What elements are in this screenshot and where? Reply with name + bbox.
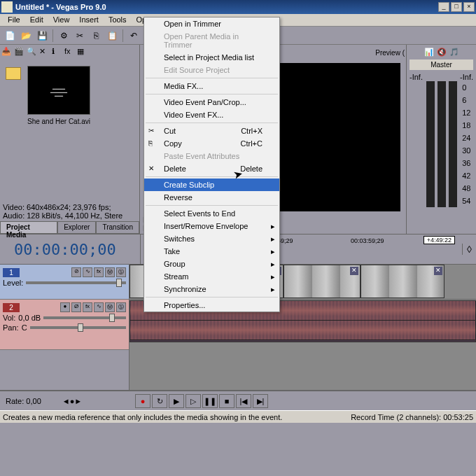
vol-value: 0,0 dB xyxy=(18,314,41,322)
audio-pan-slider[interactable] xyxy=(30,326,126,329)
audio-fx-icon[interactable]: fx xyxy=(83,302,92,312)
audio-solo-icon[interactable]: Ⓢ xyxy=(116,302,126,312)
ruler-options-button[interactable]: ◊ xyxy=(462,244,476,255)
menu-file[interactable]: File xyxy=(3,14,25,26)
media-info: Video: 640x486x24; 23,976 fps; Audio: 12… xyxy=(0,202,139,221)
master-label: Master xyxy=(410,59,473,70)
tab-explorer[interactable]: Explorer xyxy=(57,221,96,234)
go-end-button[interactable]: ▶| xyxy=(253,394,268,408)
context-menu-item[interactable]: Take▸ xyxy=(144,245,279,258)
track-fx-icon[interactable]: fx xyxy=(94,267,104,277)
context-menu-item[interactable]: Video Event FX... xyxy=(144,108,279,121)
cut-button[interactable]: ✂ xyxy=(73,29,87,43)
context-menu-item[interactable]: ✕DeleteDelete xyxy=(144,162,279,175)
record-button[interactable]: ● xyxy=(135,394,150,408)
timecode-display[interactable]: 00:00:00;00 xyxy=(0,241,140,258)
shuttle-control[interactable]: ◄●► xyxy=(62,397,82,405)
video-track-header[interactable]: 1 ⊘ ∿ fx Ⓜ Ⓢ Level: xyxy=(0,265,129,300)
audio-vol-slider[interactable] xyxy=(43,316,126,319)
video-clip[interactable]: ✕ xyxy=(360,265,444,298)
context-menu-item[interactable]: ⎘CopyCtrl+C xyxy=(144,137,279,150)
context-menu-item: Edit Source Project xyxy=(144,64,279,76)
capture-icon[interactable]: 🎬 xyxy=(14,47,25,58)
audio-invert-icon[interactable]: Ø xyxy=(71,302,81,312)
project-media-panel: 📥 🎬 🔍 ✕ ℹ fx ▦ ━━━━━━━━━━━━━━━━━━ She an… xyxy=(0,45,140,234)
loop-button[interactable]: ↻ xyxy=(152,394,167,408)
context-menu-item[interactable]: ✂CutCtrl+X xyxy=(144,125,279,137)
audio-track-header[interactable]: 2 ● Ø fx ∿ Ⓜ Ⓢ Vol: 0,0 dB Pan: C xyxy=(0,300,129,350)
audio-mute-icon[interactable]: Ⓜ xyxy=(105,302,115,312)
save-button[interactable]: 💾 xyxy=(35,29,49,43)
context-menu-item[interactable]: Group▸ xyxy=(144,258,279,270)
audio-automation-icon[interactable]: ∿ xyxy=(94,302,104,312)
undo-button[interactable]: ↶ xyxy=(127,29,141,43)
fx-icon[interactable]: fx xyxy=(64,47,76,58)
context-menu: Open in TrimmerOpen Parent Media in Trim… xyxy=(144,17,280,312)
mute-icon[interactable]: Ⓜ xyxy=(105,267,115,277)
video-level-slider[interactable] xyxy=(26,281,126,284)
context-menu-item[interactable]: Video Event Pan/Crop... xyxy=(144,96,279,108)
context-menu-item[interactable]: Insert/Remove Envelope▸ xyxy=(144,220,279,232)
solo-icon[interactable]: Ⓢ xyxy=(116,267,126,277)
video-clip[interactable]: ✕ xyxy=(284,265,360,298)
pause-button[interactable]: ❚❚ xyxy=(202,394,218,408)
status-message: Creates a new media reference that only … xyxy=(3,413,351,421)
get-media-icon[interactable]: 🔍 xyxy=(27,47,38,58)
master-insert-fx-icon[interactable]: 📊 xyxy=(424,48,434,57)
new-button[interactable]: 📄 xyxy=(3,29,17,43)
automation-icon[interactable]: ∿ xyxy=(83,267,92,277)
close-button[interactable]: × xyxy=(463,2,475,12)
tab-transitions[interactable]: Transition xyxy=(96,221,139,234)
master-fader[interactable] xyxy=(426,81,435,207)
rate-label: Rate: xyxy=(6,397,26,405)
project-media-toolbar: 📥 🎬 🔍 ✕ ℹ fx ▦ xyxy=(0,45,139,60)
title-bar: Untitled * - Vegas Pro 9.0 _ □ × xyxy=(0,0,476,14)
video-track-number: 1 xyxy=(3,268,20,277)
bypass-fx-icon[interactable]: ⊘ xyxy=(71,267,81,277)
context-menu-item: Paste Event Attributes xyxy=(144,150,279,162)
go-start-button[interactable]: |◀ xyxy=(236,394,251,408)
stop-button[interactable]: ■ xyxy=(219,394,234,408)
maximize-button[interactable]: □ xyxy=(451,2,462,12)
paste-button[interactable]: 📋 xyxy=(105,29,119,43)
context-menu-item[interactable]: Select in Project Media list xyxy=(144,51,279,64)
master-meter-left xyxy=(438,81,446,207)
folder-icon[interactable] xyxy=(6,67,21,80)
minimize-button[interactable]: _ xyxy=(438,2,449,12)
menu-view[interactable]: View xyxy=(48,14,75,26)
remove-icon[interactable]: ✕ xyxy=(39,47,50,58)
rate-value: 0,00 xyxy=(26,397,41,405)
context-menu-item: Open Parent Media in Trimmer xyxy=(144,30,279,51)
context-menu-item[interactable]: Open in Trimmer xyxy=(144,18,279,30)
properties-button[interactable]: ⚙ xyxy=(57,29,71,43)
master-mute-icon[interactable]: 🔇 xyxy=(437,48,447,57)
context-menu-item[interactable]: Stream▸ xyxy=(144,270,279,283)
context-menu-item[interactable]: Create Subclip xyxy=(144,178,279,191)
tab-project-media[interactable]: Project Media xyxy=(0,221,57,234)
audio-track-number: 2 xyxy=(3,303,20,312)
region-marker[interactable]: +4:49:22 xyxy=(424,236,455,244)
copy-button[interactable]: ⎘ xyxy=(89,29,103,43)
context-menu-item[interactable]: Media FX... xyxy=(144,80,279,92)
thumbnail-label: She and Her Cat.avi xyxy=(24,118,94,125)
menu-insert[interactable]: Insert xyxy=(74,14,104,26)
context-menu-item[interactable]: Select Events to End xyxy=(144,207,279,220)
master-solo-icon[interactable]: 🎵 xyxy=(449,48,459,57)
menu-edit[interactable]: Edit xyxy=(25,14,48,26)
context-menu-item[interactable]: Switches▸ xyxy=(144,232,279,245)
level-label: Level: xyxy=(3,279,23,287)
properties-icon[interactable]: ℹ xyxy=(52,47,63,58)
context-menu-item[interactable]: Reverse xyxy=(144,191,279,204)
play-button[interactable]: ▷ xyxy=(186,394,201,408)
pan-label: Pan: xyxy=(3,323,19,332)
import-icon[interactable]: 📥 xyxy=(1,47,13,58)
menu-tools[interactable]: Tools xyxy=(104,14,132,26)
preview-quality-dropdown[interactable]: Preview ( xyxy=(375,49,405,57)
media-thumbnail[interactable]: ━━━━━━━━━━━━━━━━━━ She and Her Cat.avi xyxy=(24,66,94,196)
open-button[interactable]: 📂 xyxy=(19,29,33,43)
audio-arm-icon[interactable]: ● xyxy=(60,302,70,312)
views-icon[interactable]: ▦ xyxy=(77,47,88,58)
play-start-button[interactable]: ▶ xyxy=(169,394,184,408)
context-menu-item[interactable]: Properties... xyxy=(144,299,279,312)
context-menu-item[interactable]: Synchronize▸ xyxy=(144,283,279,295)
